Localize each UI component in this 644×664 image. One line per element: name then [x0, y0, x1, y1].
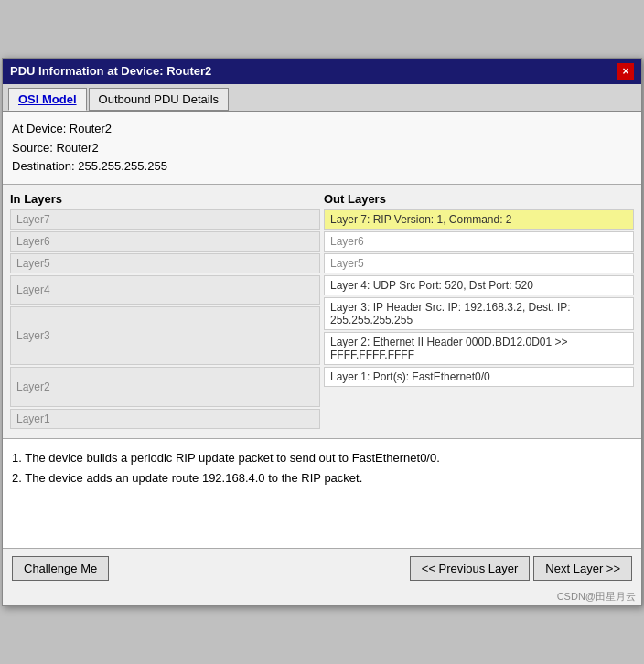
out-layer-6[interactable]: Layer6 [324, 231, 634, 252]
in-layers-header: In Layers [10, 192, 320, 206]
out-layer-4[interactable]: Layer 4: UDP Src Port: 520, Dst Port: 52… [324, 275, 634, 295]
description-section: 1. The device builds a periodic RIP upda… [3, 439, 641, 549]
out-layer-3[interactable]: Layer 3: IP Header Src. IP: 192.168.3.2,… [324, 297, 634, 330]
in-layer-6[interactable]: Layer6 [10, 231, 320, 252]
out-layers-panel: Out Layers Layer 7: RIP Version: 1, Comm… [324, 192, 634, 431]
out-layer-5[interactable]: Layer5 [324, 253, 634, 273]
main-window: PDU Information at Device: Router2 × OSI… [2, 58, 642, 606]
in-layer-3[interactable]: Layer3 [10, 306, 320, 365]
next-layer-button[interactable]: Next Layer >> [533, 556, 632, 581]
tab-osi-model[interactable]: OSI Model [8, 88, 87, 111]
device-info-section: At Device: Router2 Source: Router2 Desti… [3, 112, 641, 185]
layer-nav-group: << Previous Layer Next Layer >> [410, 556, 632, 581]
out-layer-2[interactable]: Layer 2: Ethernet II Header 000D.BD12.0D… [324, 332, 634, 365]
at-device: At Device: Router2 [12, 120, 632, 139]
in-layer-1[interactable]: Layer1 [10, 409, 320, 429]
source-device: Source: Router2 [12, 139, 632, 158]
in-layer-5[interactable]: Layer5 [10, 253, 320, 273]
challenge-me-button[interactable]: Challenge Me [12, 556, 109, 581]
layers-section: In Layers Layer7 Layer6 Layer5 Layer4 La… [3, 185, 641, 439]
window-title: PDU Information at Device: Router2 [10, 64, 211, 78]
in-layer-4[interactable]: Layer4 [10, 275, 320, 305]
footer: Challenge Me << Previous Layer Next Laye… [3, 549, 641, 588]
title-bar: PDU Information at Device: Router2 × [3, 59, 641, 84]
tab-bar: OSI Model Outbound PDU Details [3, 84, 641, 112]
in-layer-2[interactable]: Layer2 [10, 367, 320, 407]
description-line-1: 1. The device builds a periodic RIP upda… [12, 448, 632, 468]
in-layer-7[interactable]: Layer7 [10, 209, 320, 230]
close-button[interactable]: × [617, 63, 634, 80]
destination: Destination: 255.255.255.255 [12, 157, 632, 177]
description-line-2: 2. The device adds an update route 192.1… [12, 468, 632, 488]
tab-outbound-pdu[interactable]: Outbound PDU Details [89, 88, 230, 111]
out-layers-header: Out Layers [324, 192, 634, 206]
prev-layer-button[interactable]: << Previous Layer [410, 556, 531, 581]
watermark: CSDN@田星月云 [3, 588, 641, 605]
out-layer-7[interactable]: Layer 7: RIP Version: 1, Command: 2 [324, 209, 634, 230]
out-layer-1[interactable]: Layer 1: Port(s): FastEthernet0/0 [324, 367, 634, 387]
in-layers-panel: In Layers Layer7 Layer6 Layer5 Layer4 La… [10, 192, 320, 431]
